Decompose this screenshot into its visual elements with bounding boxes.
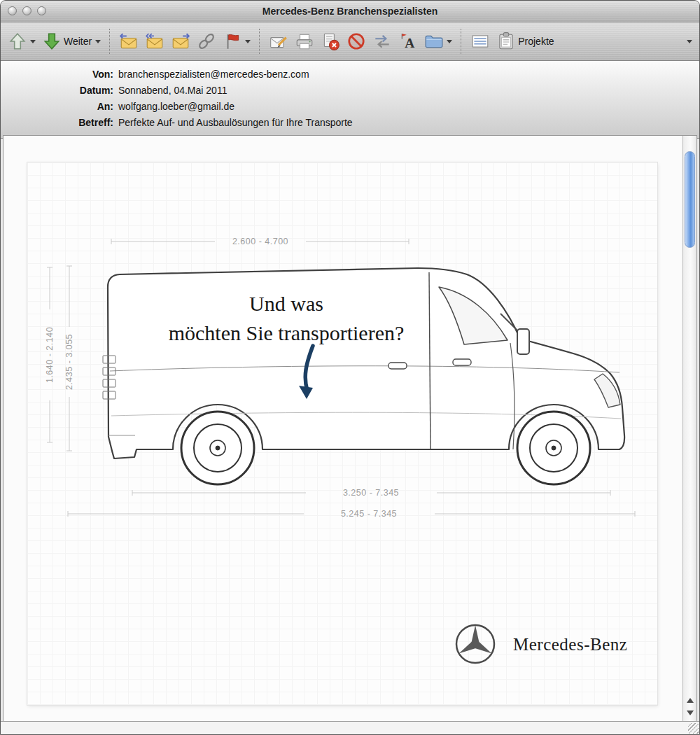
close-button[interactable]	[8, 6, 17, 15]
forward-button[interactable]	[171, 31, 190, 51]
compose-button[interactable]	[269, 31, 288, 51]
reply-all-button[interactable]	[145, 31, 164, 51]
toolbar-separator	[461, 29, 462, 54]
vertical-scrollbar[interactable]	[682, 136, 696, 721]
compose-icon	[269, 31, 288, 51]
toolbar-overflow-button[interactable]	[685, 40, 692, 43]
dimension-label-left-outer: 1.640 - 2.140	[45, 327, 55, 383]
header-row-date: Datum: Sonnabend, 04.Mai 2011	[1, 83, 699, 99]
previous-message-button[interactable]	[8, 31, 36, 51]
delete-button[interactable]	[321, 31, 340, 51]
bottom-bar	[1, 721, 699, 734]
reply-button[interactable]	[119, 31, 139, 51]
minimize-button[interactable]	[22, 6, 31, 15]
dimension-label-bottom-inner: 3.250 - 7.345	[343, 488, 399, 498]
message-body: 2.600 - 4.700 1.640 - 2.140 2.435 - 3.05…	[3, 135, 697, 722]
redirect-arrows-icon	[372, 31, 392, 51]
reply-all-icon	[145, 31, 164, 51]
mailbox-folder-button[interactable]	[424, 31, 452, 51]
date-label: Datum:	[1, 83, 118, 99]
window-controls	[8, 6, 46, 15]
mail-window: Mercedes-Benz Branchenspezialisten Weite…	[0, 0, 700, 735]
up-arrow-icon	[8, 31, 27, 51]
redirect-button[interactable]	[372, 31, 392, 51]
projects-button[interactable]: Projekte	[496, 31, 554, 51]
toolbar-overflow-icon	[687, 40, 692, 43]
printer-icon	[295, 31, 314, 51]
dimension-label-left-inner: 2.435 - 3.055	[64, 334, 74, 390]
folder-icon	[424, 31, 444, 51]
next-button-label: Weiter	[64, 36, 92, 47]
chain-link-icon	[197, 31, 216, 51]
junk-button[interactable]	[346, 31, 366, 51]
toolbar-separator	[109, 29, 111, 54]
resize-grip[interactable]	[688, 723, 699, 734]
mercedes-logo	[456, 625, 494, 663]
dropdown-arrow-icon[interactable]	[447, 40, 452, 43]
forward-icon	[171, 31, 190, 51]
van-illustration: 2.600 - 4.700 1.640 - 2.140 2.435 - 3.05…	[27, 162, 657, 705]
titlebar[interactable]: Mercedes-Benz Branchenspezialisten	[1, 1, 699, 22]
flag-button[interactable]	[223, 31, 251, 51]
toolbar-separator	[259, 29, 260, 54]
print-button[interactable]	[295, 31, 314, 51]
date-value: Sonnabend, 04.Mai 2011	[118, 83, 227, 99]
clipboard-icon	[496, 31, 516, 51]
flag-icon	[223, 31, 242, 51]
brand-wordmark: Mercedes-Benz	[513, 635, 627, 654]
scrollbar-thumb[interactable]	[685, 151, 695, 248]
from-label: Von:	[1, 66, 118, 83]
link-button[interactable]	[197, 31, 216, 51]
dropdown-arrow-icon[interactable]	[245, 40, 251, 43]
fonts-icon: A	[398, 31, 418, 51]
columns-button[interactable]	[470, 31, 490, 51]
zoom-button[interactable]	[37, 6, 46, 15]
header-row-from: Von: branchenspezialisten@mercedes-benz.…	[1, 66, 699, 83]
list-columns-icon	[470, 31, 490, 51]
subject-value: Perfekte Auf- und Ausbaulösungen für Ihr…	[118, 115, 353, 131]
headline-line1: Und was	[249, 292, 323, 315]
headline-line2: möchten Sie transportieren?	[169, 321, 405, 344]
window-title: Mercedes-Benz Branchenspezialisten	[1, 1, 699, 22]
subject-label: Betreff:	[1, 115, 118, 131]
reply-icon	[119, 31, 139, 51]
fonts-button[interactable]: A	[398, 31, 418, 51]
next-message-button[interactable]: Weiter	[42, 31, 101, 51]
header-row-to: An: wolfgang.loeber@gmail.de	[1, 99, 699, 115]
dropdown-arrow-icon[interactable]	[30, 40, 36, 43]
junk-icon	[346, 31, 366, 51]
dropdown-arrow-icon[interactable]	[95, 40, 101, 43]
email-page: 2.600 - 4.700 1.640 - 2.140 2.435 - 3.05…	[27, 162, 657, 705]
down-arrow-icon	[42, 31, 62, 51]
from-value: branchenspezialisten@mercedes-benz.com	[118, 66, 309, 83]
to-label: An:	[1, 99, 118, 115]
van-drawing	[103, 268, 624, 484]
message-headers: Von: branchenspezialisten@mercedes-benz.…	[1, 61, 699, 139]
down-arrow-icon	[687, 710, 694, 715]
scroll-down-button[interactable]	[683, 707, 696, 718]
toolbar: Weiter	[1, 22, 699, 61]
dimension-label-bottom-outer: 5.245 - 7.345	[341, 509, 397, 519]
svg-text:A: A	[405, 36, 414, 50]
scroll-up-button[interactable]	[683, 694, 696, 706]
header-row-subject: Betreff: Perfekte Auf- und Ausbaulösunge…	[1, 115, 699, 131]
delete-icon	[321, 31, 340, 51]
up-arrow-icon	[687, 698, 694, 703]
projects-button-label: Projekte	[518, 36, 554, 47]
dimension-label-top: 2.600 - 4.700	[232, 237, 288, 246]
to-value: wolfgang.loeber@gmail.de	[118, 99, 234, 115]
